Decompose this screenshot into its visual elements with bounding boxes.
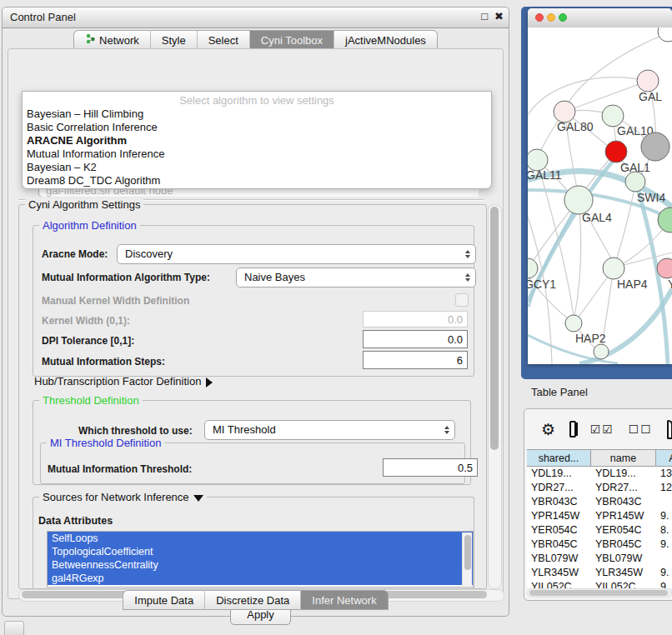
table-cell[interactable]: YDR27... bbox=[527, 481, 591, 495]
sources-legend[interactable]: Sources for Network Inference bbox=[39, 491, 207, 503]
table-row[interactable]: YIL052CYIL052C9. bbox=[527, 580, 672, 588]
algorithm-option-bayesian-k2[interactable]: Bayesian – K2 bbox=[27, 161, 487, 174]
table-cell[interactable]: YDL19... bbox=[527, 467, 591, 481]
float-window-icon[interactable]: □ bbox=[481, 10, 488, 22]
network-node[interactable] bbox=[641, 132, 669, 161]
panel-toggle-button[interactable] bbox=[4, 621, 24, 635]
bottom-tab-impute-data[interactable]: Impute Data bbox=[123, 590, 205, 610]
network-node-gal4[interactable] bbox=[564, 186, 593, 214]
table-cell[interactable]: 12 bbox=[656, 481, 672, 495]
tab-style[interactable]: Style bbox=[151, 30, 198, 50]
attributes-scrollbar[interactable] bbox=[462, 532, 472, 586]
algorithm-option-aracne-algorithm[interactable]: ARACNE Algorithm bbox=[27, 134, 487, 148]
tab-cyni-toolbox[interactable]: Cyni Toolbox bbox=[250, 30, 334, 50]
table-cell[interactable]: YBR045C bbox=[591, 538, 656, 552]
split-columns-icon[interactable] bbox=[569, 421, 576, 438]
dpi-tolerance-input[interactable] bbox=[363, 330, 468, 348]
network-node-hap4[interactable] bbox=[603, 258, 624, 279]
kernel-width-input[interactable] bbox=[363, 311, 468, 328]
table-row[interactable]: YPR145WYPR145W9. bbox=[527, 509, 672, 523]
network-window[interactable]: GALGAL80GAL10GAL1GAL11SWI4GAL4GCY1HAP4YH… bbox=[528, 8, 672, 364]
table-hscroll-thumb[interactable] bbox=[529, 590, 668, 596]
control-panel-titlebar[interactable]: Control Panel □ ✖ bbox=[3, 8, 509, 28]
network-edge[interactable] bbox=[574, 81, 648, 108]
network-node[interactable] bbox=[658, 208, 672, 232]
table-cell[interactable] bbox=[656, 495, 672, 509]
table-horizontal-scrollbar[interactable] bbox=[527, 588, 672, 598]
tab-select[interactable]: Select bbox=[198, 30, 250, 50]
attribute-item-topologicalcoefficient[interactable]: TopologicalCoefficient bbox=[48, 545, 473, 558]
attributes-scrollbar-thumb[interactable] bbox=[464, 535, 471, 570]
aracne-mode-select[interactable]: Discovery bbox=[117, 244, 476, 264]
table-cell[interactable]: YBR043C bbox=[527, 495, 591, 509]
table-cell[interactable]: YLR345W bbox=[591, 566, 656, 580]
table-cell[interactable]: YPR145W bbox=[591, 509, 656, 523]
table-row[interactable]: YBR045CYBR045C9. bbox=[527, 538, 672, 552]
close-window-icon[interactable]: ✖ bbox=[494, 10, 504, 22]
mi-type-select[interactable]: Naive Bayes bbox=[236, 268, 476, 288]
table-cell[interactable]: YER054C bbox=[527, 523, 591, 538]
unchecked-boxes-icon[interactable]: ☐☐ bbox=[629, 422, 653, 436]
table-cell[interactable]: YBL079W bbox=[527, 552, 591, 566]
bottom-tab-discretize-data[interactable]: Discretize Data bbox=[205, 590, 301, 610]
minimize-traffic-light-icon[interactable] bbox=[547, 13, 555, 22]
algorithm-option-bayesian-hill-climbing[interactable]: Bayesian – Hill Climbing bbox=[27, 108, 487, 121]
settings-vscroll-thumb[interactable] bbox=[490, 207, 499, 450]
table-cell[interactable]: YPR145W bbox=[527, 509, 591, 523]
network-canvas[interactable]: GALGAL80GAL10GAL1GAL11SWI4GAL4GCY1HAP4YH… bbox=[528, 28, 672, 364]
tab-network[interactable]: Network bbox=[73, 30, 151, 50]
checked-boxes-icon[interactable]: ☑☑ bbox=[590, 422, 614, 436]
algorithm-option-mutual-information-inference[interactable]: Mutual Information Inference bbox=[27, 148, 487, 161]
table-row[interactable]: YDR27...YDR27...12 bbox=[527, 481, 672, 495]
network-node-gcy1[interactable] bbox=[528, 258, 538, 278]
table-cell[interactable] bbox=[656, 552, 672, 566]
network-window-titlebar[interactable] bbox=[528, 8, 672, 28]
table-cell[interactable]: YLR345W bbox=[527, 566, 591, 580]
document-icon[interactable] bbox=[667, 420, 672, 439]
close-traffic-light-icon[interactable] bbox=[535, 13, 544, 22]
table-cell[interactable]: YDR27... bbox=[591, 481, 656, 495]
network-edge[interactable] bbox=[574, 200, 581, 317]
attribute-item-selfloops[interactable]: SelfLoops bbox=[48, 532, 473, 545]
table-cell[interactable]: YBR045C bbox=[527, 538, 591, 552]
table-row[interactable]: YBL079WYBL079W bbox=[527, 552, 672, 566]
table-cell[interactable]: YER054C bbox=[591, 523, 656, 538]
attribute-item-gal4rgexp[interactable]: gal4RGexp bbox=[48, 572, 473, 585]
algorithm-option-basic-correlation-inference[interactable]: Basic Correlation Inference bbox=[27, 121, 487, 134]
table-row[interactable]: YLR345WYLR345W9. bbox=[527, 566, 672, 580]
network-node-hap2[interactable] bbox=[565, 315, 582, 332]
which-threshold-select[interactable]: MI Threshold bbox=[204, 420, 455, 440]
gear-icon[interactable]: ⚙ bbox=[541, 422, 555, 438]
table-cell[interactable]: YDL19... bbox=[591, 467, 656, 481]
network-edge[interactable] bbox=[529, 202, 579, 307]
column-header-shared[interactable]: shared... bbox=[527, 450, 591, 467]
table-cell[interactable]: 9. bbox=[656, 509, 672, 523]
table-cell[interactable]: 13 bbox=[656, 467, 672, 481]
network-edge[interactable] bbox=[528, 78, 648, 115]
network-node-swi4[interactable] bbox=[625, 172, 645, 192]
hub-definition-expander[interactable]: Hub/Transcription Factor Definition bbox=[34, 375, 213, 388]
column-header-a[interactable]: A bbox=[656, 450, 672, 467]
network-node[interactable] bbox=[594, 344, 609, 359]
table-cell[interactable]: 9. bbox=[656, 566, 672, 580]
mi-steps-input[interactable] bbox=[363, 351, 468, 369]
table-row[interactable]: YER054CYER054C8. bbox=[527, 523, 672, 538]
table-cell[interactable]: YBR043C bbox=[591, 495, 656, 509]
column-header-name[interactable]: name bbox=[591, 450, 656, 467]
table-cell[interactable]: 9. bbox=[656, 580, 672, 588]
attribute-item-betweennesscentrality[interactable]: BetweennessCentrality bbox=[48, 558, 473, 572]
table-row[interactable]: YBR043CYBR043C bbox=[527, 495, 672, 509]
table-row[interactable]: YDL19...YDL19...13 bbox=[527, 467, 672, 481]
table-cell[interactable]: YIL052C bbox=[591, 580, 656, 588]
table-cell[interactable]: YIL052C bbox=[527, 580, 591, 588]
table-cell[interactable]: 8. bbox=[656, 523, 672, 538]
tab-jactivemnodules[interactable]: jActiveMNodules bbox=[334, 30, 438, 50]
manual-kernel-checkbox[interactable] bbox=[455, 293, 469, 307]
table-cell[interactable]: 9. bbox=[656, 538, 672, 552]
mi-threshold-input[interactable] bbox=[383, 458, 478, 477]
zoom-traffic-light-icon[interactable] bbox=[559, 13, 567, 22]
network-node-gal1[interactable] bbox=[605, 141, 627, 162]
network-node-gal[interactable] bbox=[637, 70, 659, 92]
network-node[interactable] bbox=[658, 28, 672, 42]
algorithm-option-dream8-dc-tdc-algorithm[interactable]: Dream8 DC_TDC Algorithm bbox=[27, 174, 487, 188]
